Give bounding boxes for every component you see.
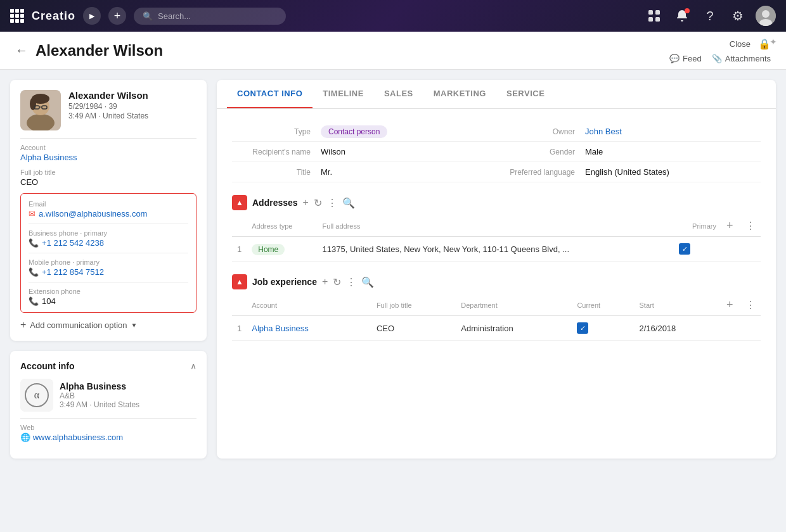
- attachments-button[interactable]: 📎 Attachments: [712, 54, 771, 63]
- tab-contact-info[interactable]: CONTACT INFO: [227, 80, 312, 108]
- contact-name: Alexander Wilson: [68, 90, 148, 101]
- owner-value[interactable]: John Best: [585, 127, 761, 136]
- address-row-more-btn[interactable]: ⋮: [745, 220, 756, 231]
- play-button[interactable]: ▶: [83, 7, 101, 25]
- addresses-more-icon[interactable]: ⋮: [327, 197, 337, 209]
- pref-lang-value: English (United States): [585, 167, 761, 177]
- left-panel: Alexander Wilson 5/29/1984 · 39 3:49 AM …: [10, 80, 207, 459]
- job-experience-table: Account Full job title Department Curren…: [232, 294, 761, 341]
- account-timezone: 3:49 AM · United States: [60, 400, 139, 409]
- primary-checkbox[interactable]: ✓: [679, 243, 690, 255]
- search-input[interactable]: [158, 11, 277, 21]
- pref-lang-label: Preferred language: [496, 168, 585, 177]
- svg-rect-3: [655, 17, 660, 22]
- user-avatar[interactable]: [756, 6, 776, 26]
- settings-icon[interactable]: ⚙: [728, 6, 748, 26]
- top-navigation: Creatio ▶ + 🔍 ? ⚙: [0, 0, 786, 32]
- je-row-number: 1: [232, 316, 247, 341]
- phone-icon-ext: 📞: [29, 296, 39, 306]
- job-exp-row-more-btn[interactable]: ⋮: [745, 300, 756, 310]
- contact-form: Type Contact person Recipient's name Wil…: [232, 122, 761, 182]
- addresses-toggle[interactable]: ▲: [232, 195, 247, 210]
- title-row: Title Mr.: [232, 162, 496, 182]
- col-account: Account: [247, 294, 371, 316]
- right-panel: CONTACT INFO TIMELINE SALES MARKETING SE…: [217, 80, 776, 459]
- addresses-add-icon[interactable]: +: [303, 197, 309, 209]
- job-exp-refresh-icon[interactable]: ↻: [333, 276, 341, 288]
- attachments-label: Attachments: [725, 54, 771, 63]
- account-short: A&B: [60, 391, 139, 400]
- tab-sales[interactable]: SALES: [374, 80, 423, 108]
- col-primary: Primary: [674, 215, 721, 237]
- addresses-title: Addresses: [252, 198, 298, 208]
- contact-avatar: [20, 90, 61, 130]
- attachment-icon: 📎: [712, 54, 722, 63]
- gender-row: Gender Male: [496, 142, 761, 162]
- type-badge: Contact person: [321, 125, 387, 138]
- addresses-section-header: ▲ Addresses + ↻ ⋮ 🔍: [232, 195, 761, 210]
- svg-point-5: [762, 10, 770, 18]
- tab-marketing[interactable]: MARKETING: [423, 80, 496, 108]
- address-primary-cell: ✓: [674, 237, 721, 262]
- account-field-value[interactable]: Alpha Business: [20, 153, 196, 162]
- account-name: Alpha Business: [60, 381, 139, 391]
- apps-grid-icon[interactable]: [10, 9, 24, 23]
- account-info-title: Account info: [20, 361, 75, 371]
- address-row-add-btn[interactable]: +: [726, 219, 733, 232]
- recipient-label: Recipient's name: [232, 148, 321, 156]
- collapse-button[interactable]: ∧: [190, 361, 196, 371]
- help-icon[interactable]: ?: [700, 6, 720, 26]
- tab-service[interactable]: SERVICE: [496, 80, 555, 108]
- tab-content-contact-info: Type Contact person Recipient's name Wil…: [217, 109, 776, 353]
- plus-icon: +: [20, 319, 26, 331]
- job-exp-toggle[interactable]: ▲: [232, 274, 247, 289]
- svg-rect-1: [655, 10, 660, 15]
- job-exp-row-add-btn[interactable]: +: [726, 298, 733, 311]
- mobile-value[interactable]: 📞 +1 212 854 7512: [29, 267, 188, 277]
- title-value: Mr.: [321, 167, 496, 177]
- back-button[interactable]: ←: [15, 43, 28, 58]
- row-number: 1: [232, 237, 247, 262]
- job-field-label: Full job title: [20, 168, 196, 176]
- table-row: 1 Alpha Business CEO Administration ✓ 2/…: [232, 316, 761, 341]
- job-exp-more-icon[interactable]: ⋮: [346, 276, 356, 288]
- job-field-value: CEO: [20, 177, 196, 187]
- je-account-cell[interactable]: Alpha Business: [247, 316, 371, 341]
- page-title: Alexander Wilson: [35, 42, 163, 60]
- svg-text:α: α: [34, 390, 40, 400]
- tab-bar: CONTACT INFO TIMELINE SALES MARKETING SE…: [217, 80, 776, 109]
- main-content: Alexander Wilson 5/29/1984 · 39 3:49 AM …: [0, 70, 786, 469]
- add-button[interactable]: +: [108, 7, 126, 25]
- addresses-refresh-icon[interactable]: ↻: [314, 197, 322, 209]
- addresses-search-icon[interactable]: 🔍: [342, 197, 355, 209]
- gender-label: Gender: [496, 148, 585, 156]
- addresses-table: Address type Full address Primary + ⋮ 1 …: [232, 215, 761, 262]
- web-field-label: Web: [20, 424, 196, 431]
- dropdown-arrow-icon: ▼: [131, 322, 138, 329]
- page-settings-icon[interactable]: ✦: [770, 37, 777, 47]
- ext-phone-value[interactable]: 📞 104: [29, 296, 188, 306]
- feed-label: Feed: [683, 54, 702, 63]
- web-field-value[interactable]: 🌐 www.alphabusiness.com: [20, 433, 196, 442]
- feed-button[interactable]: 💬 Feed: [669, 54, 702, 63]
- workspace-icon[interactable]: [644, 6, 664, 26]
- biz-phone-value[interactable]: 📞 +1 212 542 4238: [29, 238, 188, 248]
- recipient-value: Wilson: [321, 147, 496, 156]
- current-checkbox[interactable]: ✓: [577, 322, 588, 334]
- col-address-type: Address type: [247, 215, 317, 237]
- je-current-cell: ✓: [572, 316, 634, 341]
- close-button[interactable]: Close: [730, 39, 751, 49]
- job-exp-search-icon[interactable]: 🔍: [361, 276, 374, 288]
- job-exp-add-icon[interactable]: +: [322, 276, 328, 288]
- search-box[interactable]: 🔍: [134, 8, 286, 25]
- tab-timeline[interactable]: TIMELINE: [312, 80, 374, 108]
- feed-icon: 💬: [669, 54, 680, 63]
- add-communication-button[interactable]: + Add communication option ▼: [20, 319, 196, 331]
- account-logo: α: [20, 379, 53, 412]
- email-value[interactable]: ✉ a.wilson@alphabusiness.com: [29, 209, 188, 218]
- account-field-label: Account: [20, 144, 196, 151]
- type-value: Contact person: [321, 127, 496, 136]
- lock-icon[interactable]: 🔒: [758, 38, 771, 50]
- notifications-icon[interactable]: [672, 6, 692, 26]
- biz-phone-label: Business phone · primary: [29, 229, 188, 237]
